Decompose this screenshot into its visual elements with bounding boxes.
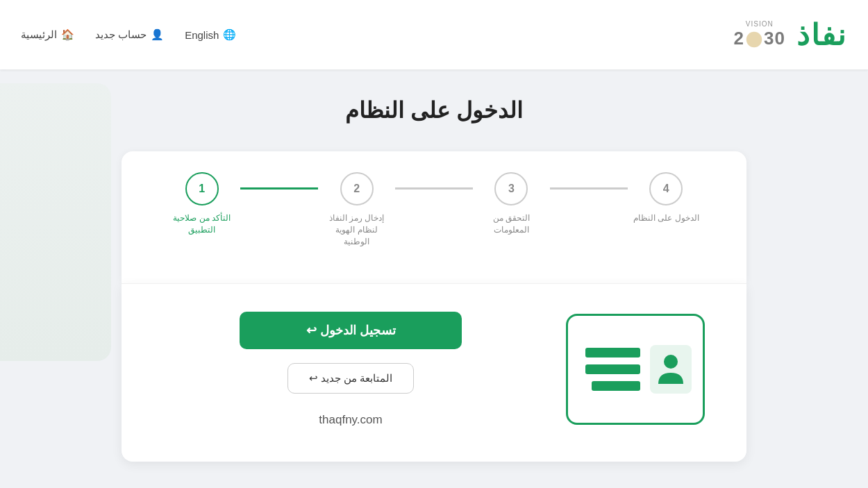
svg-point-0 [664, 355, 678, 369]
main-content: الدخول على النظام 4 الدخول على النظام [0, 69, 868, 476]
step-4-label: الدخول على النظام [633, 212, 699, 224]
step-2-circle: 2 [340, 172, 374, 205]
vision-year-text: 2 [734, 28, 744, 49]
new-account-nav[interactable]: 👤 حساب جديد [95, 28, 164, 41]
steps-and-content: 4 الدخول على النظام 3 التحقق من المعلوما… [122, 151, 746, 462]
id-card-container [566, 314, 705, 425]
id-line-1 [585, 348, 640, 357]
user-icon: 👤 [151, 28, 164, 41]
bottom-section: تسجيل الدخول ↩ المتابعة من جديد ↩ thaqfn… [122, 283, 746, 462]
step-4: 4 الدخول على النظام [628, 172, 705, 224]
step-1: 1 التأكد من صلاحية التطبيق [163, 172, 240, 236]
page-title: الدخول على النظام [345, 97, 523, 124]
step-1-label: التأكد من صلاحية التطبيق [167, 212, 237, 236]
steps-track: 4 الدخول على النظام 3 التحقق من المعلوما… [163, 172, 705, 247]
language-selector[interactable]: 🌐 English [185, 28, 236, 41]
step-2-number: 2 [353, 183, 360, 195]
step-1-number: 1 [199, 183, 205, 195]
connector-3-2 [395, 187, 472, 190]
step-1-circle: 1 [185, 172, 219, 205]
step-3-label: التحقق من المعلومات [476, 212, 546, 236]
connector-2-1 [240, 187, 317, 190]
step-3-number: 3 [508, 183, 515, 195]
language-label: English [185, 29, 219, 41]
steps-container: 4 الدخول على النظام 3 التحقق من المعلوما… [122, 151, 746, 283]
vision-year: 230 [734, 28, 785, 49]
id-card-avatar [650, 345, 692, 394]
header: 🌐 English 👤 حساب جديد 🏠 الرئيسية VISION … [0, 0, 868, 69]
home-label: الرئيسية [21, 28, 57, 41]
nafath-logo: نفاذ [796, 18, 847, 52]
home-icon: 🏠 [61, 28, 74, 41]
vision-year-rest: 30 [764, 28, 785, 49]
home-nav[interactable]: 🏠 الرئيسية [21, 28, 74, 41]
retry-button[interactable]: المتابعة من جديد ↩ [287, 363, 415, 394]
vision-zero-icon [744, 30, 764, 49]
website-text: thaqfny.com [319, 413, 382, 427]
connector-4-3 [550, 187, 627, 190]
new-account-label: حساب جديد [95, 28, 147, 41]
step-3: 3 التحقق من المعلومات [473, 172, 550, 236]
login-button[interactable]: تسجيل الدخول ↩ [240, 312, 462, 349]
vision-logo: VISION 230 [734, 20, 785, 49]
step-4-number: 4 [663, 183, 669, 195]
step-3-circle: 3 [494, 172, 528, 205]
id-card-lines [579, 348, 640, 391]
header-nav: 🌐 English 👤 حساب جديد 🏠 الرئيسية [21, 28, 236, 41]
globe-icon: 🌐 [223, 28, 236, 41]
logo-container: VISION 230 نفاذ [734, 18, 847, 52]
actions-container: تسجيل الدخول ↩ المتابعة من جديد ↩ thaqfn… [163, 312, 538, 427]
step-2: 2 إدخال رمز النفاذ لنظام الهوية الوطنية [318, 172, 395, 247]
id-card-illustration [566, 314, 705, 425]
step-2-label: إدخال رمز النفاذ لنظام الهوية الوطنية [322, 212, 392, 247]
step-4-circle: 4 [649, 172, 683, 205]
id-line-3 [592, 381, 640, 391]
avatar-icon [657, 352, 685, 387]
id-line-2 [585, 364, 640, 374]
vision-text: VISION [746, 20, 774, 28]
